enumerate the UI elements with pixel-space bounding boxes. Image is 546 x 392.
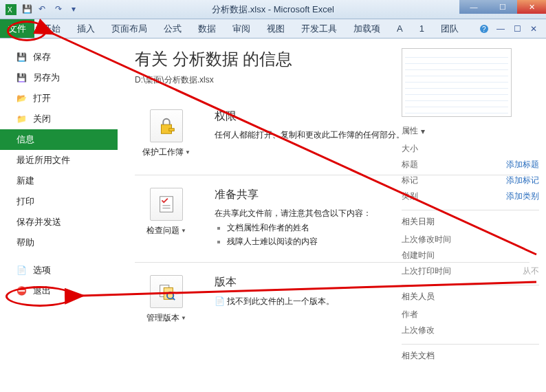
prop-label: 上次修改 [402,325,435,336]
save-icon[interactable] [22,4,33,15]
chevron-down-icon: ▼ [181,315,186,321]
help-icon[interactable]: ? [479,23,490,34]
tab-formula[interactable]: 公式 [155,19,190,38]
sidebar-item-options[interactable]: 选项 [0,260,118,281]
props-heading[interactable]: 属性 ▾ [402,125,539,137]
sidebar-item-info[interactable]: 信息 [0,129,118,150]
tab-home[interactable]: 开始 [34,19,69,38]
chevron-down-icon: ▼ [185,149,190,155]
button-label: 保护工作簿 [142,146,184,158]
backstage-view: 保存 另存为 打开 关闭 信息 最近所用文件 新建 打印 保存并发送 帮助 选项… [0,39,546,392]
window-controls: — ☐ ✕ [459,0,546,14]
ribbon-close-icon[interactable]: ✕ [528,23,539,34]
props-heading: 相关人员 [402,291,539,303]
sidebar-label: 关闭 [33,113,51,125]
ribbon-restore-icon[interactable]: ☐ [512,23,523,34]
prop-value: 从不 [523,265,539,277]
tab-review[interactable]: 审阅 [224,19,259,38]
protect-workbook-button[interactable]: 保护工作簿▼ [135,107,198,161]
button-label: 管理版本 [146,312,179,324]
sidebar-label: 选项 [33,264,51,276]
open-icon [17,93,28,104]
prop-label: 创建时间 [402,250,435,261]
chevron-down-icon: ▾ [421,127,425,136]
exit-icon [17,285,28,296]
props-heading: 相关文档 [402,350,539,362]
prop-value[interactable]: 添加标记 [506,175,539,186]
props-heading: 相关日期 [402,216,539,228]
prop-value[interactable]: 添加标题 [506,159,539,171]
sidebar-label: 最近所用文件 [17,154,70,166]
close-button[interactable]: ✕ [517,0,546,14]
document-thumbnail [402,48,512,117]
sidebar-item-recent[interactable]: 最近所用文件 [0,150,118,171]
ribbon-tabs: 文件 开始 插入 页面布局 公式 数据 审阅 视图 开发工具 加载项 A 1 团… [0,19,546,39]
maximize-button[interactable]: ☐ [488,0,517,14]
ribbon-min-icon[interactable]: — [495,23,506,34]
lock-icon [150,109,183,142]
title-bar: X ↶ ↷ ▾ 分析数据.xlsx - Microsoft Excel — ☐ … [0,0,546,19]
sidebar-label: 信息 [17,133,34,146]
checklist-icon [150,188,183,221]
tab-layout[interactable]: 页面布局 [103,19,155,38]
redo-icon[interactable]: ↷ [55,4,66,15]
prop-label: 上次修改时间 [402,234,451,246]
svg-text:?: ? [482,25,486,33]
tab-team[interactable]: 团队 [433,19,467,38]
svg-text:X: X [8,6,12,14]
undo-icon[interactable]: ↶ [39,4,50,15]
backstage-sidebar: 保存 另存为 打开 关闭 信息 最近所用文件 新建 打印 保存并发送 帮助 选项… [0,39,118,392]
save-icon [17,52,28,63]
prop-label: 标题 [402,159,418,171]
sidebar-item-saveas[interactable]: 另存为 [0,67,118,88]
sidebar-item-save[interactable]: 保存 [0,47,118,67]
sidebar-item-new[interactable]: 新建 [0,171,118,191]
minimize-button[interactable]: — [459,0,488,14]
sidebar-label: 保存 [33,51,51,63]
sidebar-label: 另存为 [33,72,60,84]
prop-label: 上次打印时间 [402,265,451,277]
manage-versions-button[interactable]: 管理版本▼ [135,272,198,327]
button-label: 检查问题 [146,225,179,237]
tab-1[interactable]: 1 [411,19,433,38]
tab-a[interactable]: A [389,19,411,38]
options-icon [17,265,28,276]
qat-dropdown-icon[interactable]: ▾ [72,4,83,15]
quick-access-toolbar: X ↶ ↷ ▾ [0,4,83,15]
close-folder-icon [17,113,28,124]
sidebar-label: 新建 [17,175,34,187]
file-tab[interactable]: 文件 [0,19,34,38]
sidebar-label: 帮助 [17,237,34,249]
sidebar-label: 保存并发送 [17,216,61,228]
versions-icon [150,275,183,308]
tab-insert[interactable]: 插入 [69,19,103,38]
sidebar-item-help[interactable]: 帮助 [0,232,118,253]
sidebar-item-exit[interactable]: 退出 [0,281,118,301]
saveas-icon [17,72,28,83]
tab-view[interactable]: 视图 [259,19,293,38]
sidebar-item-open[interactable]: 打开 [0,88,118,109]
sidebar-label: 打印 [17,195,34,208]
excel-icon: X [6,4,17,15]
sidebar-label: 退出 [33,285,51,297]
chevron-down-icon: ▼ [181,228,186,234]
backstage-content: 有关 分析数据 的信息 D:\桌面\分析数据.xlsx 保护工作簿▼ 权限 任何… [118,39,546,392]
tab-addins[interactable]: 加载项 [345,19,389,38]
sidebar-item-sendsave[interactable]: 保存并发送 [0,212,118,232]
window-title: 分析数据.xlsx - Microsoft Excel [212,3,334,16]
ribbon-right-tools: ? — ☐ ✕ [479,19,546,38]
svg-rect-5 [169,129,175,131]
prop-value[interactable]: 添加类别 [506,190,539,202]
prop-label: 类别 [402,190,418,202]
prop-label: 标记 [402,175,418,186]
prop-label: 作者 [402,309,418,320]
tab-dev[interactable]: 开发工具 [293,19,345,38]
sidebar-label: 打开 [33,92,51,105]
sidebar-item-print[interactable]: 打印 [0,191,118,212]
sidebar-item-close[interactable]: 关闭 [0,109,118,129]
prop-label: 大小 [402,143,418,155]
check-issues-button[interactable]: 检查问题▼ [135,185,198,248]
properties-panel: 属性 ▾ 大小 标题添加标题 标记添加标记 类别添加类别 相关日期 上次修改时间… [402,48,539,366]
tab-data[interactable]: 数据 [190,19,224,38]
